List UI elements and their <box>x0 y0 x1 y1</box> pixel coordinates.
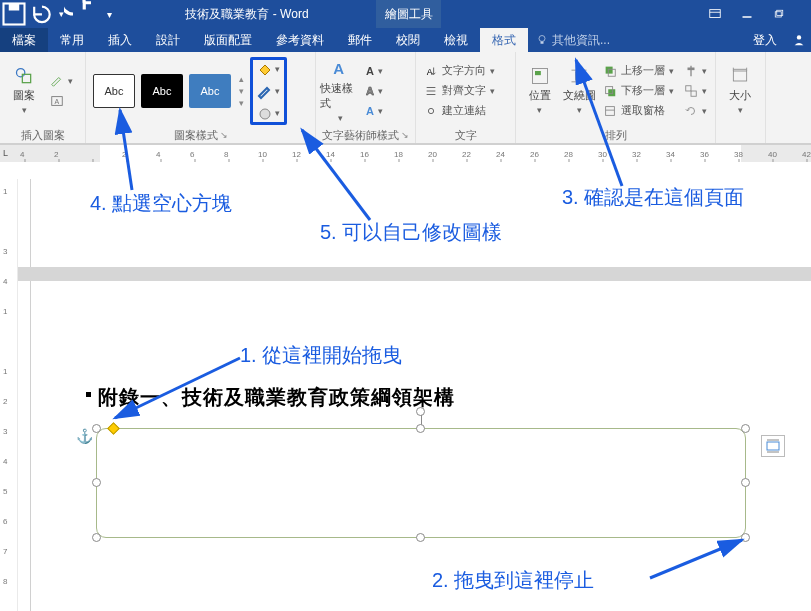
shape-style-3[interactable]: Abc <box>189 74 231 108</box>
shape-style-1[interactable]: Abc <box>93 74 135 108</box>
wrap-text-button[interactable]: 文繞圖▾ <box>560 58 600 124</box>
quick-styles-label: 快速樣式 <box>320 81 360 111</box>
svg-text:42: 42 <box>802 150 811 159</box>
svg-text:40: 40 <box>768 150 777 159</box>
resize-handle-br[interactable] <box>741 533 750 542</box>
ribbon-display-button[interactable] <box>699 0 731 28</box>
align-objects-button[interactable]: ▾ <box>680 62 711 80</box>
svg-rect-2 <box>710 10 721 18</box>
save-icon <box>0 0 28 28</box>
minimize-button[interactable] <box>731 0 763 28</box>
draw-textbox-button[interactable]: A <box>46 92 77 110</box>
tab-design[interactable]: 設計 <box>144 28 192 52</box>
resize-handle-ml[interactable] <box>92 478 101 487</box>
position-button[interactable]: 位置▾ <box>520 58 560 124</box>
svg-text:A: A <box>54 97 59 104</box>
lightbulb-icon <box>536 34 548 46</box>
send-backward-icon <box>603 84 617 98</box>
align-text-button[interactable]: 對齊文字▾ <box>420 82 499 100</box>
svg-rect-1 <box>9 4 20 11</box>
tab-insert[interactable]: 插入 <box>96 28 144 52</box>
shape-style-2[interactable]: Abc <box>141 74 183 108</box>
restore-button[interactable] <box>763 0 795 28</box>
tab-format[interactable]: 格式 <box>480 28 528 52</box>
tell-me-box[interactable]: 其他資訊... <box>528 28 743 52</box>
svg-rect-5 <box>775 12 781 17</box>
resize-handle-bm[interactable] <box>416 533 425 542</box>
wordart-A-icon: A <box>330 59 350 79</box>
tab-file[interactable]: 檔案 <box>0 28 48 52</box>
svg-text:32: 32 <box>632 150 641 159</box>
quick-styles-button[interactable]: A 快速樣式 ▾ <box>320 58 360 124</box>
resize-handle-tm[interactable] <box>416 424 425 433</box>
tab-home[interactable]: 常用 <box>48 28 96 52</box>
horizontal-ruler[interactable]: 4224681012141618202224262830323436384042… <box>0 144 811 162</box>
wrap-icon <box>569 66 589 86</box>
group-text: A文字方向▾ 對齊文字▾ 建立連結 文字 <box>416 52 516 143</box>
group-arrange: 位置▾ 文繞圖▾ 上移一層▾ 下移一層▾ 選取窗格 ▾ ▾ ▾ 排列 <box>516 52 716 143</box>
login-button[interactable]: 登入 <box>743 28 787 52</box>
text-fill-button[interactable]: A▾ <box>362 62 387 80</box>
svg-text:20: 20 <box>428 150 437 159</box>
send-backward-button[interactable]: 下移一層▾ <box>599 82 678 100</box>
size-button[interactable]: 大小▾ <box>720 58 760 124</box>
svg-text:10: 10 <box>258 150 267 159</box>
save-button[interactable] <box>0 0 28 28</box>
selection-pane-icon <box>603 104 617 118</box>
resize-handle-bl[interactable] <box>92 533 101 542</box>
tab-mailings[interactable]: 郵件 <box>336 28 384 52</box>
group-label-text: 文字 <box>420 127 511 143</box>
restore-icon <box>773 8 785 20</box>
resize-handle-tl[interactable] <box>92 424 101 433</box>
document-heading: 附錄一、技術及職業教育政策綱領架構 <box>98 384 455 411</box>
selected-rounded-rectangle[interactable] <box>96 428 746 538</box>
tab-references[interactable]: 參考資料 <box>264 28 336 52</box>
tab-layout[interactable]: 版面配置 <box>192 28 264 52</box>
svg-rect-20 <box>532 69 547 84</box>
text-direction-button[interactable]: A文字方向▾ <box>420 62 499 80</box>
svg-text:6: 6 <box>190 150 195 159</box>
shape-fill-button[interactable]: ▾ <box>257 60 280 78</box>
bring-forward-button[interactable]: 上移一層▾ <box>599 62 678 80</box>
svg-text:22: 22 <box>462 150 471 159</box>
undo-button[interactable]: ▾ <box>28 0 64 28</box>
text-outline-button[interactable]: A▾ <box>362 82 387 100</box>
svg-point-7 <box>539 36 545 42</box>
tell-me-placeholder: 其他資訊... <box>552 32 610 49</box>
text-effects-button[interactable]: A▾ <box>362 102 387 120</box>
effects-icon <box>257 106 273 120</box>
svg-text:28: 28 <box>564 150 573 159</box>
tab-selector[interactable]: L <box>3 148 8 158</box>
rotate-icon <box>684 104 698 118</box>
ribbon-options-icon <box>708 7 722 21</box>
group-label-wordart: 文字藝術師樣式 <box>322 128 399 143</box>
create-link-button[interactable]: 建立連結 <box>420 102 499 120</box>
tab-view[interactable]: 檢視 <box>432 28 480 52</box>
resize-handle-mr[interactable] <box>741 478 750 487</box>
edit-shape-button[interactable]: ▾ <box>46 72 77 90</box>
rotate-objects-button[interactable]: ▾ <box>680 102 711 120</box>
rotate-handle[interactable] <box>416 407 425 416</box>
svg-point-9 <box>797 35 801 39</box>
vertical-ruler[interactable]: 134112345678 <box>0 179 18 611</box>
resize-handle-tr[interactable] <box>741 424 750 433</box>
textbox-icon: A <box>50 94 64 108</box>
share-button[interactable] <box>787 28 811 52</box>
group-insert-shapes: 圖案 ▾ ▾ A 插入圖案 <box>0 52 86 143</box>
group-objects-button[interactable]: ▾ <box>680 82 711 100</box>
shapes-gallery-button[interactable]: 圖案 ▾ <box>4 58 44 124</box>
wordart-launcher[interactable]: ↘ <box>401 130 409 140</box>
shape-effects-button[interactable]: ▾ <box>257 104 280 122</box>
selection-pane-button[interactable]: 選取窗格 <box>599 102 678 120</box>
svg-point-10 <box>17 69 25 77</box>
link-icon <box>424 104 438 118</box>
layout-options-button[interactable] <box>761 435 785 457</box>
redo-button[interactable] <box>64 0 100 28</box>
anchor-icon: ⚓ <box>76 428 93 444</box>
qat-customize[interactable]: ▾ <box>100 0 118 28</box>
shape-style-more[interactable]: ▴▾▾ <box>234 74 248 108</box>
tab-review[interactable]: 校閱 <box>384 28 432 52</box>
shape-outline-button[interactable]: ▾ <box>257 82 280 100</box>
svg-text:A: A <box>427 66 433 76</box>
shape-styles-launcher[interactable]: ↘ <box>220 130 228 140</box>
